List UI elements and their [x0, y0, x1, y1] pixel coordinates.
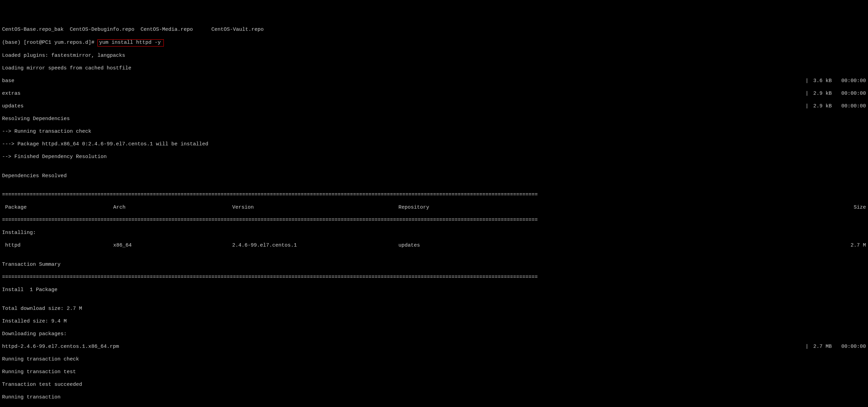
dep-line: --> Finished Dependency Resolution	[2, 154, 866, 160]
separator-double: ========================================…	[2, 274, 866, 281]
truncated-ls-line: CentOS-Base.repo_bak CentOS-Debuginfo.re…	[2, 27, 866, 33]
trans-line: Transaction test succeeded	[2, 382, 866, 388]
trans-line: Running transaction test	[2, 369, 866, 376]
terminal-output: CentOS-Base.repo_bak CentOS-Debuginfo.re…	[2, 21, 866, 407]
prompt-prefix: (base) [root@PC1 yum.repos.d]#	[2, 40, 97, 45]
separator-double: ========================================…	[2, 192, 866, 198]
installing-label: Installing:	[2, 230, 866, 236]
repo-row: base|3.6 kB00:00:00	[2, 78, 866, 84]
dep-line: Dependencies Resolved	[2, 173, 866, 180]
total-line: Installed size: 9.4 M	[2, 318, 866, 325]
yum-plugin-line: Loaded plugins: fastestmirror, langpacks	[2, 53, 866, 59]
total-line: Downloading packages:	[2, 331, 866, 338]
trans-line: Running transaction	[2, 394, 866, 401]
table-header: PackageArchVersionRepositorySize	[2, 205, 866, 211]
dep-line: ---> Package httpd.x86_64 0:2.4.6-99.el7…	[2, 141, 866, 148]
install-count: Install 1 Package	[2, 287, 866, 293]
download-row: httpd-2.4.6-99.el7.centos.1.x86_64.rpm|2…	[2, 344, 866, 350]
prompt-line-1[interactable]: (base) [root@PC1 yum.repos.d]# yum insta…	[2, 39, 866, 47]
yum-mirror-line: Loading mirror speeds from cached hostfi…	[2, 65, 866, 72]
repo-row: updates|2.9 kB00:00:00	[2, 103, 866, 110]
total-line: Total download size: 2.7 M	[2, 306, 866, 312]
separator-double: ========================================…	[2, 217, 866, 224]
highlighted-command: yum install httpd -y	[97, 39, 164, 47]
dep-line: --> Running transaction check	[2, 129, 866, 135]
repo-row: extras|2.9 kB00:00:00	[2, 91, 866, 97]
summary-title: Transaction Summary	[2, 262, 866, 268]
dep-line: Resolving Dependencies	[2, 116, 866, 122]
trans-line: Running transaction check	[2, 356, 866, 363]
table-row: httpdx86_642.4.6-99.el7.centos.1updates2…	[2, 242, 866, 249]
